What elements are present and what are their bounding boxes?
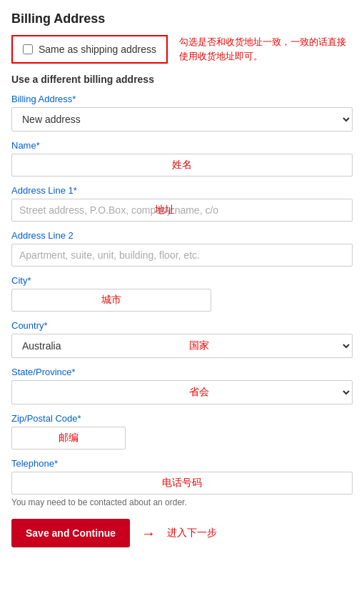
telephone-input-wrapper: 电话号码: [11, 472, 353, 495]
country-select[interactable]: Australia China United States United Kin…: [11, 334, 353, 358]
state-label: State/Province*: [11, 367, 353, 377]
telephone-group: Telephone* 电话号码 You may need to be conta…: [11, 458, 353, 507]
next-step-annotation: 进入下一步: [167, 527, 217, 540]
save-continue-label: Save and Continue: [26, 527, 116, 539]
same-as-shipping-label[interactable]: Same as shipping address: [39, 44, 156, 55]
country-select-wrapper: Australia China United States United Kin…: [11, 334, 353, 358]
zip-label: Zip/Postal Code*: [11, 413, 140, 424]
same-as-shipping-section: Same as shipping address 勾选是否和收货地址一致，一致的…: [11, 35, 353, 64]
same-as-shipping-checkbox[interactable]: [23, 44, 33, 54]
zip-group: Zip/Postal Code* 邮编: [11, 413, 140, 449]
billing-address-select[interactable]: New address: [11, 107, 353, 131]
address2-group: Address Line 2: [11, 230, 353, 267]
address1-input[interactable]: [11, 199, 353, 222]
city-label: City*: [11, 275, 353, 286]
address1-label: Address Line 1*: [11, 185, 353, 196]
name-input-wrapper: 姓名: [11, 154, 353, 177]
city-input-wrapper: 城市: [11, 289, 211, 312]
state-group: State/Province* 省会: [11, 367, 353, 404]
country-group: Country* Australia China United States U…: [11, 320, 353, 358]
city-group: City* 城市: [11, 275, 353, 312]
name-input[interactable]: [11, 154, 353, 177]
save-continue-button[interactable]: Save and Continue: [11, 519, 130, 547]
telephone-label: Telephone*: [11, 458, 353, 469]
city-input[interactable]: [11, 289, 211, 312]
same-as-shipping-annotation: 勾选是否和收货地址一致，一致的话直接使用收货地址即可。: [179, 35, 353, 63]
state-select[interactable]: [11, 380, 353, 404]
different-billing-title: Use a different billing address: [11, 74, 353, 85]
telephone-input[interactable]: [11, 472, 353, 495]
zip-input-wrapper: 邮编: [11, 427, 126, 449]
arrow-icon: →: [141, 525, 156, 542]
country-label: Country*: [11, 320, 353, 331]
save-button-row: Save and Continue → 进入下一步: [11, 519, 353, 547]
billing-address-group: Billing Address* New address: [11, 94, 353, 131]
billing-address-label: Billing Address*: [11, 94, 353, 104]
state-select-wrapper: 省会: [11, 380, 353, 404]
address1-input-wrapper: 地址: [11, 199, 353, 222]
telephone-help-text: You may need to be contacted about an or…: [11, 497, 353, 507]
address2-input[interactable]: [11, 244, 353, 267]
name-group: Name* 姓名: [11, 140, 353, 177]
zip-input[interactable]: [11, 427, 126, 449]
name-label: Name*: [11, 140, 353, 151]
address2-label: Address Line 2: [11, 230, 353, 241]
address1-group: Address Line 1* 地址: [11, 185, 353, 222]
page-title: Billing Address: [11, 11, 353, 26]
same-as-shipping-box: Same as shipping address: [11, 35, 168, 64]
